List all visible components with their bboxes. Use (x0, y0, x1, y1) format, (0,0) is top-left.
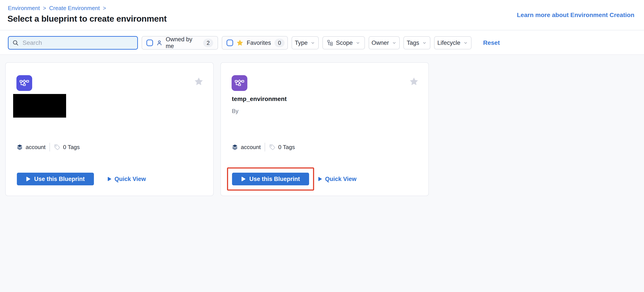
breadcrumb-environment[interactable]: Environment (8, 5, 40, 11)
scope-dropdown[interactable]: Scope (322, 36, 365, 49)
blueprint-icon (16, 75, 32, 91)
scope-dropdown-label: Scope (336, 40, 353, 46)
scope-meta: account (232, 144, 261, 150)
use-this-blueprint-label: Use this Blueprint (249, 176, 300, 182)
scope-meta: account (16, 144, 46, 150)
blueprint-card: account 0 Tags (5, 62, 214, 196)
tags-meta: 0 Tags (54, 144, 80, 150)
blueprint-card-grid: account 0 Tags (5, 62, 429, 196)
breadcrumb-separator: > (103, 5, 106, 11)
quick-view-label: Quick View (114, 176, 146, 182)
hierarchy-icon (327, 40, 334, 46)
filter-bar: Owned by me 2 Favorites 0 Type (8, 36, 500, 50)
page-title: Select a blueprint to create environment (8, 14, 166, 24)
owned-by-me-count: 2 (203, 39, 213, 47)
favorites-count: 0 (274, 39, 284, 47)
filter-bar-divider (0, 54, 644, 55)
scope-meta-label: account (241, 144, 261, 150)
chevron-down-icon (463, 40, 468, 45)
tag-icon (269, 144, 276, 150)
breadcrumb-separator: > (43, 5, 46, 11)
user-icon (156, 40, 163, 46)
blueprint-icon (232, 75, 247, 91)
use-this-blueprint-button[interactable]: Use this Blueprint (232, 173, 309, 185)
tags-meta-label: 0 Tags (63, 144, 80, 150)
chevron-down-icon (392, 40, 397, 45)
quick-view-button[interactable]: Quick View (108, 176, 146, 182)
play-icon (108, 177, 112, 181)
meta-divider (50, 143, 50, 151)
blueprint-author-label: By (232, 108, 238, 115)
lifecycle-dropdown-label: Lifecycle (437, 40, 460, 46)
tags-dropdown-label: Tags (407, 40, 419, 46)
play-icon (26, 176, 30, 182)
chevron-down-icon (422, 40, 427, 45)
redacted-blueprint-name (13, 94, 66, 118)
header-divider (0, 30, 644, 30)
tags-dropdown[interactable]: Tags (404, 36, 430, 49)
breadcrumb-create-environment[interactable]: Create Environment (49, 5, 100, 11)
play-icon (318, 177, 322, 181)
scope-meta-label: account (26, 144, 46, 150)
owned-by-me-filter[interactable]: Owned by me 2 (142, 36, 218, 50)
blueprint-selection-page: Environment > Create Environment > Selec… (0, 0, 644, 292)
learn-more-link[interactable]: Learn more about Environment Creation (517, 11, 634, 18)
lifecycle-dropdown[interactable]: Lifecycle (434, 36, 472, 49)
favorites-filter[interactable]: Favorites 0 (222, 36, 288, 50)
card-meta-row: account 0 Tags (232, 142, 295, 152)
blueprint-name: temp_environment (232, 96, 287, 103)
chevron-down-icon (355, 40, 360, 45)
layers-icon (232, 144, 238, 150)
play-icon (241, 176, 246, 182)
owned-by-me-checkbox[interactable] (146, 40, 153, 46)
card-meta-row: account 0 Tags (16, 142, 80, 152)
use-this-blueprint-label: Use this Blueprint (34, 176, 85, 182)
favorites-label: Favorites (247, 40, 271, 46)
star-icon (236, 39, 244, 47)
tags-meta: 0 Tags (269, 144, 295, 150)
owner-dropdown-label: Owner (372, 40, 389, 46)
owned-by-me-label: Owned by me (166, 36, 200, 50)
meta-divider (265, 143, 265, 151)
chevron-down-icon (310, 40, 316, 45)
search-input[interactable] (22, 39, 134, 47)
search-box[interactable] (8, 36, 138, 50)
owner-dropdown[interactable]: Owner (369, 36, 400, 49)
tags-meta-label: 0 Tags (278, 144, 295, 150)
favorite-star-icon[interactable] (194, 77, 204, 86)
use-this-blueprint-button[interactable]: Use this Blueprint (17, 173, 94, 185)
blueprint-card: temp_environment By account (220, 62, 429, 196)
quick-view-label: Quick View (325, 176, 356, 182)
quick-view-button[interactable]: Quick View (318, 176, 356, 182)
favorites-checkbox[interactable] (226, 40, 233, 46)
search-icon (12, 39, 19, 46)
layers-icon (16, 144, 23, 150)
reset-filters-button[interactable]: Reset (483, 39, 500, 46)
card-actions: Use this Blueprint Quick View (232, 173, 356, 185)
breadcrumb: Environment > Create Environment > (8, 5, 106, 11)
tag-icon (54, 144, 60, 150)
card-actions: Use this Blueprint Quick View (17, 173, 146, 185)
type-dropdown[interactable]: Type (292, 36, 319, 49)
favorite-star-icon[interactable] (409, 77, 419, 86)
type-dropdown-label: Type (295, 40, 308, 46)
